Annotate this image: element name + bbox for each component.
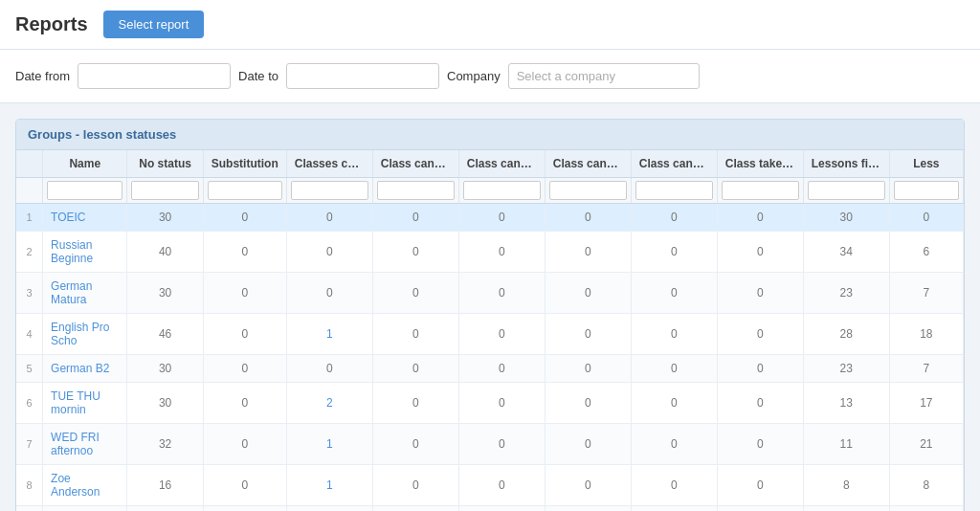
cell-c5: 0 xyxy=(631,314,717,355)
cell-substitution: 0 xyxy=(203,204,286,232)
cell-c8: 23 xyxy=(889,506,963,512)
filter-c3-input[interactable] xyxy=(463,181,541,200)
table-filter-row xyxy=(16,178,964,204)
table-row: 7WED FRI afternoo3201000001121 xyxy=(16,424,964,465)
cell-c1: 1 xyxy=(286,465,372,506)
cell-substitution: 0 xyxy=(203,383,286,424)
col-header-c1: Classes canceled xyxy=(286,150,372,178)
cell-name[interactable]: Zoe Anderson xyxy=(43,465,127,506)
cell-c7: 11 xyxy=(803,424,889,465)
col-header-no-status: No status xyxy=(127,150,203,178)
cell-c6: 0 xyxy=(717,506,803,512)
cell-c2: 0 xyxy=(372,355,458,383)
filter-substitution-input[interactable] xyxy=(208,181,282,200)
cell-c7: 28 xyxy=(803,314,889,355)
cell-num: 8 xyxy=(16,465,43,506)
filter-no-status[interactable] xyxy=(127,178,203,204)
filter-c1[interactable] xyxy=(286,178,372,204)
cell-name[interactable]: Russian Beginne xyxy=(43,232,127,273)
cell-c8: 7 xyxy=(889,355,963,383)
cell-num: 3 xyxy=(16,273,43,314)
col-header-substitution: Substitution xyxy=(203,150,286,178)
cell-c7: 13 xyxy=(803,383,889,424)
cell-name[interactable]: TOEIC xyxy=(43,204,127,232)
company-input[interactable] xyxy=(508,63,700,89)
table-row: 4English Pro Scho4601000002818 xyxy=(16,314,964,355)
filter-c8-input[interactable] xyxy=(894,181,959,200)
cell-c6: 0 xyxy=(717,273,803,314)
filter-c6-input[interactable] xyxy=(722,181,799,200)
cell-c1: 1 xyxy=(286,314,372,355)
filter-c2-input[interactable] xyxy=(377,181,455,200)
col-header-c2: Class canceled b xyxy=(372,150,458,178)
cell-name[interactable]: WED FRI afternoo xyxy=(43,424,127,465)
filter-name-input[interactable] xyxy=(47,181,122,200)
filter-c2[interactable] xyxy=(372,178,458,204)
cell-c6: 0 xyxy=(717,204,803,232)
date-from-label: Date from xyxy=(15,69,70,83)
cell-c5: 0 xyxy=(631,424,717,465)
filter-c6[interactable] xyxy=(717,178,803,204)
data-table: Name No status Substitution Classes canc… xyxy=(16,150,964,511)
filter-c3[interactable] xyxy=(458,178,545,204)
cell-name[interactable]: On-line group 1 xyxy=(43,506,127,512)
table-row: 6TUE THU mornin3002000001317 xyxy=(16,383,964,424)
cell-c8: 17 xyxy=(889,383,963,424)
filter-substitution[interactable] xyxy=(203,178,286,204)
cell-c8: 7 xyxy=(889,273,963,314)
cell-c8: 21 xyxy=(889,424,963,465)
filter-c8[interactable] xyxy=(889,178,963,204)
cell-c3: 0 xyxy=(458,424,545,465)
cell-no-status: 16 xyxy=(127,465,203,506)
cell-c2: 0 xyxy=(372,204,458,232)
cell-num: 4 xyxy=(16,314,43,355)
col-header-c6: Class taken plac xyxy=(717,150,803,178)
cell-no-status: 30 xyxy=(127,273,203,314)
cell-c7: 23 xyxy=(803,273,889,314)
col-header-name: Name xyxy=(43,150,127,178)
filter-c7-input[interactable] xyxy=(808,181,885,200)
cell-no-status: 32 xyxy=(127,424,203,465)
filter-no-status-input[interactable] xyxy=(131,181,198,200)
cell-c2: 0 xyxy=(372,383,458,424)
cell-c3: 0 xyxy=(458,273,545,314)
cell-c2: 0 xyxy=(372,273,458,314)
filter-c1-input[interactable] xyxy=(291,181,368,200)
date-from-input[interactable] xyxy=(78,63,231,89)
select-report-button[interactable]: Select report xyxy=(103,11,205,38)
table-row: 8Zoe Anderson16010000088 xyxy=(16,465,964,506)
table-row: 1TOEIC300000000300 xyxy=(16,204,964,232)
filter-c4-input[interactable] xyxy=(549,181,627,200)
cell-c6: 0 xyxy=(717,424,803,465)
cell-c6: 0 xyxy=(717,465,803,506)
cell-c1: 0 xyxy=(286,204,372,232)
cell-c1: 0 xyxy=(286,232,372,273)
cell-name[interactable]: German B2 xyxy=(43,355,127,383)
filter-c4[interactable] xyxy=(545,178,631,204)
cell-c6: 0 xyxy=(717,314,803,355)
cell-num: 5 xyxy=(16,355,43,383)
filter-c5[interactable] xyxy=(631,178,717,204)
filter-name[interactable] xyxy=(43,178,127,204)
cell-name[interactable]: English Pro Scho xyxy=(43,314,127,355)
cell-c2: 0 xyxy=(372,506,458,512)
cell-c6: 0 xyxy=(717,383,803,424)
table-row: 9On-line group 1300000000723 xyxy=(16,506,964,512)
cell-name[interactable]: TUE THU mornin xyxy=(43,383,127,424)
cell-c4: 0 xyxy=(545,424,631,465)
cell-no-status: 40 xyxy=(127,232,203,273)
table-row: 5German B2300000000237 xyxy=(16,355,964,383)
cell-c4: 0 xyxy=(545,232,631,273)
col-header-c7: Lessons finished xyxy=(803,150,889,178)
cell-c1: 0 xyxy=(286,273,372,314)
filter-c5-input[interactable] xyxy=(635,181,713,200)
filter-c7[interactable] xyxy=(803,178,889,204)
cell-name[interactable]: German Matura xyxy=(43,273,127,314)
date-to-input[interactable] xyxy=(286,63,439,89)
cell-c5: 0 xyxy=(631,273,717,314)
date-to-label: Date to xyxy=(238,69,278,83)
cell-c8: 0 xyxy=(889,204,963,232)
table-section-header: Groups - lesson statuses xyxy=(16,120,964,150)
cell-c1: 0 xyxy=(286,506,372,512)
cell-c6: 0 xyxy=(717,355,803,383)
